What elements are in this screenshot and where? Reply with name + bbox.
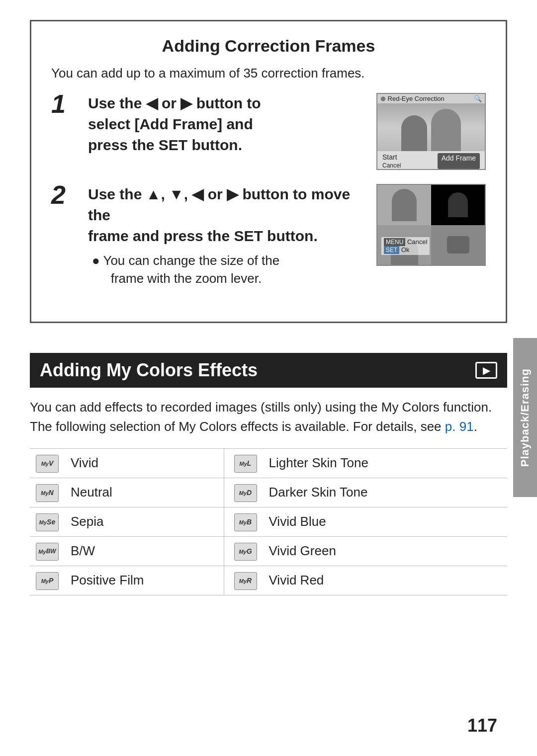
step-1: 1 Use the ◀ or ▶ button to select [Add F… bbox=[51, 93, 486, 170]
step-2-screenshot: MENU Cancel SET Ok bbox=[376, 184, 486, 266]
positive-icon: MyP bbox=[36, 572, 59, 590]
neutral-icon: MyN bbox=[36, 484, 59, 502]
darker-label: Darker Skin Tone bbox=[269, 485, 368, 500]
step-1-screenshot: ⊕ Red-Eye Correction 🔍 Sta bbox=[376, 93, 486, 170]
vivid-red-icon: MyR bbox=[234, 572, 257, 590]
icon-cell-vivid-red: MyR bbox=[224, 566, 263, 595]
people-silhouette bbox=[377, 104, 485, 151]
bw-label: B/W bbox=[71, 543, 95, 558]
sepia-label: Sepia bbox=[71, 514, 104, 529]
label-cell-positive: Positive Film bbox=[65, 566, 224, 595]
screen-top-bar: ⊕ Red-Eye Correction 🔍 bbox=[377, 94, 485, 104]
playback-icon: ▶ bbox=[475, 362, 497, 379]
label-cell-vivid-green: Vivid Green bbox=[263, 536, 508, 566]
colors-desc-end: . bbox=[474, 419, 477, 434]
label-cell-vivid-blue: Vivid Blue bbox=[263, 507, 508, 536]
correction-frames-title: Adding Correction Frames bbox=[51, 36, 486, 56]
icon-cell-vivid: MyV bbox=[30, 448, 65, 478]
step-2: 2 Use the ▲, ▼, ◀ or ▶ button to move th… bbox=[51, 184, 486, 288]
positive-label: Positive Film bbox=[71, 573, 144, 588]
page-container: Playback/Erasing Adding Correction Frame… bbox=[0, 0, 537, 756]
colors-description: You can add effects to recorded images (… bbox=[30, 398, 507, 436]
table-row: MyBW B/W MyG Vivid Green bbox=[30, 536, 507, 566]
vivid-blue-label: Vivid Blue bbox=[269, 514, 326, 529]
colors-section: Adding My Colors Effects ▶ You can add e… bbox=[30, 353, 507, 595]
quad-2 bbox=[431, 185, 485, 225]
neutral-label: Neutral bbox=[71, 485, 112, 500]
vivid-label: Vivid bbox=[71, 455, 98, 470]
colors-title: Adding My Colors Effects bbox=[40, 360, 258, 381]
colors-link[interactable]: p. 91 bbox=[445, 419, 474, 434]
screen-photo-area bbox=[377, 104, 485, 151]
vivid-blue-icon: MyB bbox=[234, 513, 257, 531]
vivid-green-icon: MyG bbox=[234, 543, 257, 561]
page-number: 117 bbox=[467, 715, 497, 736]
menu-label: MENU bbox=[384, 238, 405, 246]
vivid-green-label: Vivid Green bbox=[269, 543, 336, 558]
bw-icon: MyBW bbox=[36, 543, 59, 561]
step-1-text-block: Use the ◀ or ▶ button to select [Add Fra… bbox=[88, 93, 366, 156]
or-text: or bbox=[162, 95, 177, 111]
table-row: MyP Positive Film MyR Vivid Red bbox=[30, 566, 507, 595]
correction-frames-intro: You can add up to a maximum of 35 correc… bbox=[51, 66, 486, 81]
icon-cell-neutral: MyN bbox=[30, 478, 65, 507]
vivid-red-label: Vivid Red bbox=[269, 573, 324, 588]
label-cell-vivid-red: Vivid Red bbox=[263, 566, 508, 595]
step-1-content: Use the ◀ or ▶ button to select [Add Fra… bbox=[88, 93, 486, 170]
screen-icon: 🔍 bbox=[474, 95, 482, 102]
colors-table: MyV Vivid MyL Lighter Skin Tone MyN Neut… bbox=[30, 448, 507, 595]
colors-header: Adding My Colors Effects ▶ bbox=[30, 353, 507, 388]
icon-cell-vivid-green: MyG bbox=[224, 536, 263, 566]
step-2-content: Use the ▲, ▼, ◀ or ▶ button to move the … bbox=[88, 184, 486, 288]
vivid-icon: MyV bbox=[36, 455, 59, 473]
step-1-number: 1 bbox=[51, 91, 76, 117]
label-cell-vivid: Vivid bbox=[65, 448, 224, 478]
icon-cell-sepia: MySe bbox=[30, 507, 65, 536]
step-2-text: Use the ▲, ▼, ◀ or ▶ button to move the … bbox=[88, 184, 364, 247]
sepia-icon: MySe bbox=[36, 513, 59, 531]
side-tab-label: Playback/Erasing bbox=[519, 368, 532, 467]
quad-4 bbox=[431, 225, 485, 265]
icon-cell-positive: MyP bbox=[30, 566, 65, 595]
quad-1 bbox=[377, 185, 431, 225]
label-cell-sepia: Sepia bbox=[65, 507, 224, 536]
darker-icon: MyD bbox=[234, 484, 257, 502]
lighter-label: Lighter Skin Tone bbox=[269, 455, 368, 470]
correction-frames-section: Adding Correction Frames You can add up … bbox=[30, 20, 507, 323]
label-cell-neutral: Neutral bbox=[65, 478, 224, 507]
table-row: MySe Sepia MyB Vivid Blue bbox=[30, 507, 507, 536]
table-row: MyV Vivid MyL Lighter Skin Tone bbox=[30, 448, 507, 478]
icon-cell-bw: MyBW bbox=[30, 536, 65, 566]
lighter-icon: MyL bbox=[234, 455, 257, 473]
screen-bottom-buttons: StartCancel Add Frame bbox=[377, 151, 485, 170]
step-1-text: Use the ◀ or ▶ button to select [Add Fra… bbox=[88, 93, 366, 156]
screen-title: ⊕ Red-Eye Correction bbox=[380, 95, 445, 102]
icon-cell-vivid-blue: MyB bbox=[224, 507, 263, 536]
set-label: SET bbox=[384, 246, 399, 254]
step-2-left: Use the ▲, ▼, ◀ or ▶ button to move the … bbox=[88, 184, 364, 288]
step-2-bullet: ● You can change the size of the frame w… bbox=[88, 252, 364, 288]
step-2-number: 2 bbox=[51, 182, 76, 208]
screen-overlay: MENU Cancel SET Ok bbox=[381, 237, 430, 255]
table-row: MyN Neutral MyD Darker Skin Tone bbox=[30, 478, 507, 507]
icon-cell-lighter: MyL bbox=[224, 448, 263, 478]
label-cell-bw: B/W bbox=[65, 536, 224, 566]
colors-desc-text: You can add effects to recorded images (… bbox=[30, 400, 492, 434]
start-label: StartCancel bbox=[382, 153, 401, 169]
add-frame-button: Add Frame bbox=[438, 153, 480, 169]
label-cell-lighter: Lighter Skin Tone bbox=[263, 448, 508, 478]
side-tab: Playback/Erasing bbox=[513, 338, 537, 497]
icon-cell-darker: MyD bbox=[224, 478, 263, 507]
label-cell-darker: Darker Skin Tone bbox=[263, 478, 508, 507]
